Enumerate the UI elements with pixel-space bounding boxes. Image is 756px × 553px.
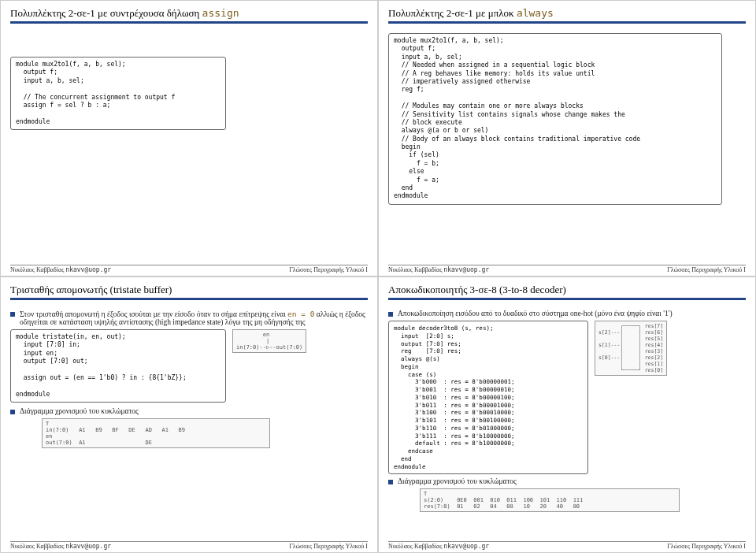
slide-mux-always: Πολυπλέκτης 2-σε-1 με μπλοκ always modul… [378, 0, 756, 276]
bullet-text: Αποκωδικοποίηση εισόδου από το δυαδικό σ… [398, 310, 673, 317]
slide-body: module mux2to1(f, a, b, sel); output f; … [10, 28, 368, 269]
slide-decoder: Αποκωδικοποιητής 3-σε-8 (3-to-8 decoder)… [378, 276, 756, 553]
footer-course: Γλώσσες Περιγραφής Υλικού I [289, 543, 368, 550]
slide-title: Αποκωδικοποιητής 3-σε-8 (3-to-8 decoder) [388, 284, 746, 300]
slide-footer: Νικόλαος Καββαδίας nkavv@uop.gr Γλώσσες … [10, 541, 368, 550]
slide-footer: Νικόλαος Καββαδίας nkavv@uop.gr Γλώσσες … [10, 265, 368, 273]
title-text: Πολυπλέκτης 2-σε-1 με συντρέχουσα δήλωση [10, 7, 202, 19]
code-block: module mux2to1(f, a, b, sel); output f; … [10, 57, 226, 130]
bullet-icon [388, 312, 393, 317]
slide-body: module mux2to1(f, a, b, sel); output f; … [388, 28, 746, 269]
bullet-text: Στον τρισταθή απομονωτή η έξοδος ισούται… [20, 310, 368, 326]
title-text: Πολυπλέκτης 2-σε-1 με μπλοκ [388, 7, 517, 19]
bullet-item: Στον τρισταθή απομονωτή η έξοδος ισούται… [10, 310, 368, 326]
decoder-diagram: ┌─────┐ res[7] s[2]---│ │ res[6] │ │ res… [595, 321, 667, 376]
footer-author: Νικόλαος Καββαδίας [388, 266, 442, 273]
code-block: module tristate(in, en, out); input [7:0… [10, 329, 226, 403]
slide-body: Αποκωδικοποίηση εισόδου από το δυαδικό σ… [388, 305, 746, 546]
bullet-icon [10, 410, 15, 414]
title-keyword: always [517, 7, 554, 19]
footer-email: nkavv@uop.gr [65, 266, 111, 273]
slide-mux-assign: Πολυπλέκτης 2-σε-1 με συντρέχουσα δήλωση… [0, 0, 378, 276]
footer-course: Γλώσσες Περιγραφής Υλικού I [667, 266, 746, 273]
footer-email: nkavv@uop.gr [443, 543, 489, 550]
footer-email: nkavv@uop.gr [443, 266, 489, 273]
footer-email: nkavv@uop.gr [65, 543, 111, 550]
bullet-item: Διάγραμμα χρονισμού του κυκλώματος [10, 407, 368, 415]
bullet-icon [10, 312, 15, 317]
buffer-diagram: en | in(7:0)--▷--out(7:0) [232, 329, 306, 353]
bullet-item: Διάγραμμα χρονισμού του κυκλώματος [388, 477, 746, 485]
timing-diagram: T in(7:0) A1 B9 BF DE AD A1 B9 en out(7:… [42, 418, 270, 448]
slide-title: Πολυπλέκτης 2-σε-1 με συντρέχουσα δήλωση… [10, 7, 368, 24]
code-block: module mux2to1(f, a, b, sel); output f; … [388, 33, 722, 205]
timing-diagram: T s(2:0) 0E0 001 010 011 100 101 110 111… [420, 488, 680, 512]
bullet-text: Διάγραμμα χρονισμού του κυκλώματος [20, 407, 139, 415]
bullet-item: Αποκωδικοποίηση εισόδου από το δυαδικό σ… [388, 310, 746, 317]
footer-course: Γλώσσες Περιγραφής Υλικού I [667, 543, 746, 550]
footer-author: Νικόλαος Καββαδίας [10, 266, 64, 273]
footer-author: Νικόλαος Καββαδίας [388, 543, 442, 550]
slide-title: Τρισταθής απομονωτής (tristate buffer) [10, 284, 368, 300]
footer-course: Γλώσσες Περιγραφής Υλικού I [289, 266, 368, 273]
footer-author: Νικόλαος Καββαδίας [10, 543, 64, 550]
slide-body: Στον τρισταθή απομονωτή η έξοδος ισούται… [10, 305, 368, 546]
code-block: module decoder3to8 (s, res); input [2:0]… [388, 321, 588, 474]
bullet-text: Διάγραμμα χρονισμού του κυκλώματος [398, 477, 517, 485]
title-keyword: assign [202, 7, 239, 19]
slide-title: Πολυπλέκτης 2-σε-1 με μπλοκ always [388, 7, 746, 24]
bullet-icon [388, 480, 393, 484]
slide-tristate: Τρισταθής απομονωτής (tristate buffer) Σ… [0, 276, 378, 553]
slide-footer: Νικόλαος Καββαδίας nkavv@uop.gr Γλώσσες … [388, 541, 746, 550]
slide-footer: Νικόλαος Καββαδίας nkavv@uop.gr Γλώσσες … [388, 265, 746, 273]
